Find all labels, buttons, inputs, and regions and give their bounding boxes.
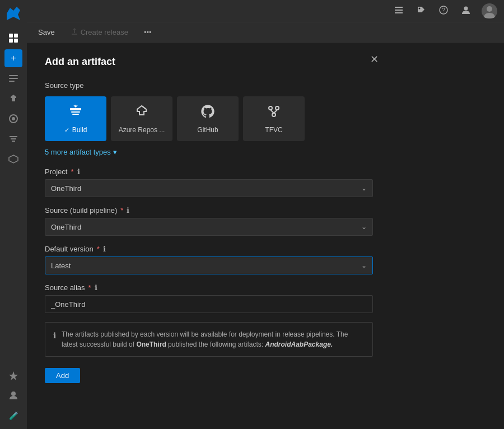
svg-rect-1 [14,34,18,38]
svg-rect-11 [395,10,403,11]
source-label: Source (build pipeline) * ℹ [45,206,373,214]
source-dropdown-arrow: ⌄ [361,223,367,231]
close-icon: ✕ [370,53,379,66]
sidebar-item-testplans[interactable] [4,130,22,148]
source-required: * [120,206,123,214]
info-box: ℹ The artifacts published by each versio… [45,322,373,357]
svg-rect-0 [9,34,13,38]
default-version-info-icon[interactable]: ℹ [103,245,106,253]
info-project-name: OneThird [136,341,166,348]
modal-title: Add an artifact [45,56,373,68]
more-options-button[interactable]: ••• [139,26,156,39]
source-info-icon[interactable]: ℹ [127,206,129,214]
svg-point-23 [276,106,279,110]
build-label: ✓ Build [64,126,87,134]
header-bar: ? [27,0,504,22]
source-type-github[interactable]: GitHub [177,96,239,141]
svg-rect-18 [72,34,77,35]
sidebar-item-user[interactable] [4,386,22,404]
default-version-field-group: Default version * ℹ Latest ⌄ [45,245,373,274]
svg-rect-20 [71,111,80,113]
source-type-azure-repos[interactable]: Azure Repos ... [111,96,172,141]
svg-rect-4 [9,75,18,76]
project-info-icon[interactable]: ℹ [77,167,80,176]
info-box-text: The artifacts published by each version … [62,329,365,349]
action-bar: Save Create release ••• [27,22,504,43]
modal-panel: ✕ Add an artifact Source type [27,43,391,429]
source-type-grid: ✓ Build Azure Repos ... [45,96,373,141]
source-type-tfvc[interactable]: TFVC [243,96,305,141]
build-checkmark: ✓ [64,127,71,133]
source-alias-field-group: Source alias * ℹ [45,283,373,313]
source-value: OneThird [51,223,81,231]
sidebar-item-add[interactable]: + [4,49,22,67]
azure-repos-icon [134,104,150,123]
svg-point-16 [464,6,468,10]
svg-rect-19 [70,108,81,110]
svg-rect-6 [9,81,15,82]
save-button[interactable]: Save [34,26,59,39]
github-label: GitHub [197,126,218,134]
svg-rect-21 [72,114,79,115]
help-icon[interactable]: ? [437,3,450,19]
sidebar-item-deploy[interactable] [4,366,22,384]
sidebar-item-boards[interactable] [4,69,22,87]
hamburger-icon[interactable] [392,3,405,19]
svg-rect-10 [395,7,403,8]
tfvc-label: TFVC [265,126,282,134]
source-type-label: Source type [45,81,373,90]
svg-rect-12 [395,12,403,13]
svg-text:?: ? [442,7,445,13]
sidebar: + [0,0,27,429]
source-dropdown[interactable]: OneThird ⌄ [45,218,373,236]
chevron-down-icon: ▾ [113,148,117,156]
user-icon[interactable] [459,3,473,19]
default-version-dropdown-arrow: ⌄ [361,262,367,269]
source-alias-required: * [88,283,91,292]
create-release-label: Create release [81,28,128,36]
create-release-button[interactable]: Create release [66,25,133,39]
svg-line-25 [270,110,274,113]
azure-repos-label: Azure Repos ... [119,126,165,134]
build-icon [68,104,83,123]
source-alias-label: Source alias * ℹ [45,283,373,292]
source-type-build[interactable]: ✓ Build [45,96,106,141]
more-types-label: 5 more artifact types [45,148,111,156]
project-dropdown-arrow: ⌄ [361,184,367,192]
svg-point-22 [269,106,272,110]
project-dropdown[interactable]: OneThird ⌄ [45,179,373,197]
svg-point-9 [11,391,16,396]
modal-overlay: ✕ Add an artifact Source type [27,43,504,429]
github-icon [200,104,216,123]
add-button[interactable]: Add [45,368,80,383]
sidebar-item-overview[interactable] [4,29,22,47]
sidebar-item-pipelines[interactable] [4,110,22,128]
default-version-dropdown[interactable]: Latest ⌄ [45,257,373,274]
modal-close-button[interactable]: ✕ [366,52,382,67]
svg-point-24 [272,113,276,116]
sidebar-logo [4,4,22,22]
sidebar-item-repos[interactable] [4,90,22,108]
svg-line-26 [274,110,277,113]
sidebar-item-artifacts[interactable] [4,150,22,168]
default-version-required: * [97,245,100,253]
main-content: ? Save Create release [27,0,504,429]
tfvc-icon [266,104,282,123]
avatar[interactable] [482,3,497,19]
svg-rect-3 [14,39,18,43]
default-version-value: Latest [51,262,71,270]
info-artifact-name: AndroidAabPackage. [265,341,333,348]
more-options-icon: ••• [144,28,152,36]
source-alias-info-icon[interactable]: ℹ [95,283,97,292]
project-label: Project * ℹ [45,167,373,176]
svg-rect-2 [9,39,13,43]
tag-icon[interactable] [414,3,428,19]
release-icon [71,27,78,37]
sidebar-item-flask[interactable]: 🧪 [4,407,22,425]
svg-rect-5 [9,78,18,79]
default-version-label: Default version * ℹ [45,245,373,253]
project-field-group: Project * ℹ OneThird ⌄ [45,167,373,197]
source-alias-input[interactable] [45,295,373,313]
more-types-button[interactable]: 5 more artifact types ▾ [45,148,117,156]
project-value: OneThird [51,184,81,193]
